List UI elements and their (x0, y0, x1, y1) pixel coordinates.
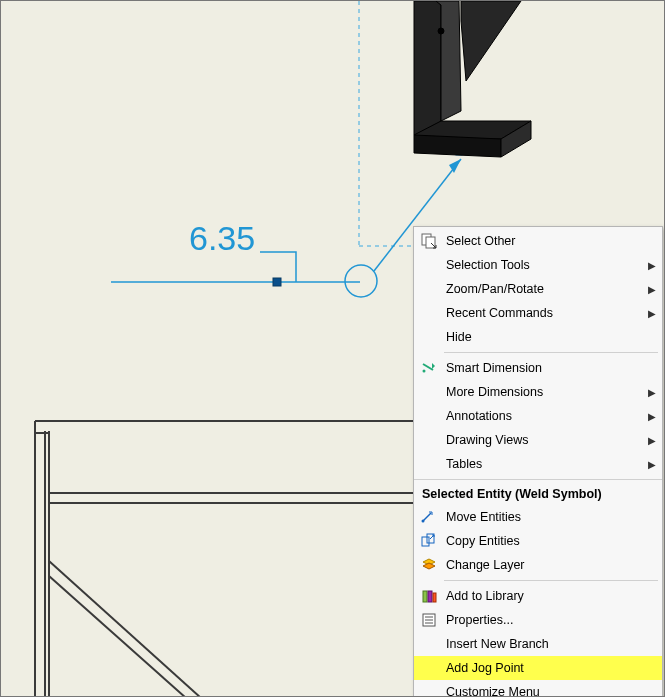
blank-icon (418, 635, 440, 653)
svg-rect-33 (423, 591, 427, 602)
menu-drawing-views[interactable]: Drawing Views ▶ (414, 428, 662, 452)
submenu-arrow-icon: ▶ (644, 459, 656, 470)
menu-selection-tools[interactable]: Selection Tools ▶ (414, 253, 662, 277)
menu-separator (414, 479, 662, 480)
svg-marker-12 (414, 135, 501, 157)
menu-change-layer[interactable]: Change Layer (414, 553, 662, 577)
blank-icon (418, 256, 440, 274)
menu-customize-menu[interactable]: Customize Menu (414, 680, 662, 697)
properties-icon (418, 611, 440, 629)
menu-smart-dimension[interactable]: Smart Dimension (414, 356, 662, 380)
menu-add-to-library[interactable]: Add to Library (414, 584, 662, 608)
menu-hide[interactable]: Hide (414, 325, 662, 349)
menu-item-label: Customize Menu (440, 685, 644, 697)
svg-point-3 (345, 265, 377, 297)
menu-item-label: Add to Library (440, 589, 644, 603)
select-other-icon (418, 232, 440, 250)
submenu-arrow-icon: ▶ (644, 260, 656, 271)
menu-item-label: Insert New Branch (440, 637, 644, 651)
submenu-arrow-icon: ▶ (644, 284, 656, 295)
blank-icon (418, 683, 440, 697)
change-layer-icon (418, 556, 440, 574)
menu-add-jog-point[interactable]: Add Jog Point (414, 656, 662, 680)
blank-icon (418, 407, 440, 425)
blank-icon (418, 659, 440, 677)
blank-icon (418, 431, 440, 449)
blank-icon (418, 383, 440, 401)
menu-separator (444, 352, 658, 353)
submenu-arrow-icon: ▶ (644, 308, 656, 319)
menu-properties[interactable]: Properties... (414, 608, 662, 632)
menu-move-entities[interactable]: Move Entities (414, 505, 662, 529)
menu-section-title: Selected Entity (Weld Symbol) (414, 483, 662, 505)
svg-marker-32 (423, 563, 435, 569)
menu-item-label: Smart Dimension (440, 361, 644, 375)
menu-item-label: Recent Commands (440, 306, 644, 320)
svg-rect-6 (273, 278, 281, 286)
svg-point-14 (438, 28, 444, 34)
blank-icon (418, 304, 440, 322)
svg-line-23 (49, 576, 186, 697)
menu-item-label: Tables (440, 457, 644, 471)
svg-point-28 (422, 520, 425, 523)
context-menu: Select Other Selection Tools ▶ Zoom/Pan/… (413, 226, 663, 697)
dimension-value[interactable]: 6.35 (189, 219, 255, 258)
menu-zoom-pan-rotate[interactable]: Zoom/Pan/Rotate ▶ (414, 277, 662, 301)
menu-item-label: Add Jog Point (440, 661, 644, 675)
blank-icon (418, 455, 440, 473)
menu-item-label: Select Other (440, 234, 644, 248)
menu-item-label: Annotations (440, 409, 644, 423)
svg-rect-35 (433, 593, 436, 602)
move-entities-icon (418, 508, 440, 526)
menu-annotations[interactable]: Annotations ▶ (414, 404, 662, 428)
svg-marker-5 (449, 159, 461, 173)
svg-marker-10 (461, 1, 521, 81)
menu-more-dimensions[interactable]: More Dimensions ▶ (414, 380, 662, 404)
add-to-library-icon (418, 587, 440, 605)
svg-point-27 (423, 370, 426, 373)
menu-item-label: Properties... (440, 613, 644, 627)
copy-entities-icon (418, 532, 440, 550)
submenu-arrow-icon: ▶ (644, 435, 656, 446)
menu-tables[interactable]: Tables ▶ (414, 452, 662, 476)
blank-icon (418, 328, 440, 346)
menu-recent-commands[interactable]: Recent Commands ▶ (414, 301, 662, 325)
menu-item-label: Zoom/Pan/Rotate (440, 282, 644, 296)
menu-item-label: Move Entities (440, 510, 644, 524)
svg-marker-8 (414, 1, 441, 139)
menu-item-label: More Dimensions (440, 385, 644, 399)
menu-item-label: Selection Tools (440, 258, 644, 272)
submenu-arrow-icon: ▶ (644, 411, 656, 422)
submenu-arrow-icon: ▶ (644, 387, 656, 398)
menu-item-label: Change Layer (440, 558, 644, 572)
smart-dimension-icon (418, 359, 440, 377)
menu-item-label: Hide (440, 330, 644, 344)
svg-rect-34 (428, 591, 432, 602)
menu-item-label: Drawing Views (440, 433, 644, 447)
menu-insert-new-branch[interactable]: Insert New Branch (414, 632, 662, 656)
svg-line-22 (49, 561, 201, 697)
menu-item-label: Copy Entities (440, 534, 644, 548)
menu-separator (444, 580, 658, 581)
menu-select-other[interactable]: Select Other (414, 229, 662, 253)
menu-copy-entities[interactable]: Copy Entities (414, 529, 662, 553)
svg-rect-29 (422, 537, 429, 546)
blank-icon (418, 280, 440, 298)
